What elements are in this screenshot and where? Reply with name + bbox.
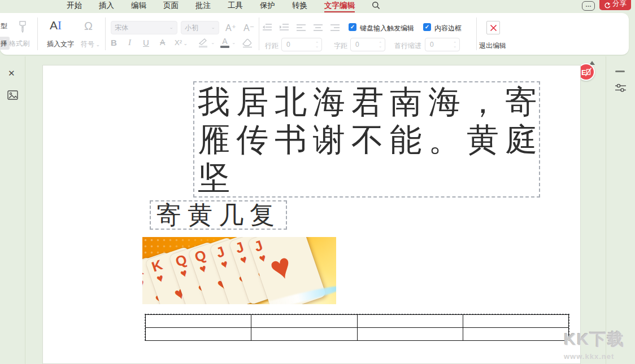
format-painter-label[interactable]: 格式刷: [9, 39, 29, 49]
eraser-button[interactable]: [242, 38, 253, 48]
content-border-label: 内容边框: [434, 24, 462, 33]
underline-button[interactable]: U: [143, 38, 149, 47]
menu-tab-7[interactable]: 转换: [292, 0, 307, 11]
line-spacing-input[interactable]: 0⌃⌄: [281, 38, 322, 51]
image-panel-icon[interactable]: [7, 90, 18, 100]
menu-tab-4[interactable]: 批注: [195, 0, 211, 11]
poem-line-2: 坚: [198, 159, 539, 196]
table-cell[interactable]: [463, 315, 568, 328]
table-cell[interactable]: [357, 315, 463, 328]
first-indent-input[interactable]: 0⌃⌄: [425, 38, 460, 51]
poem-line-0: 我居北海君南海，寄: [198, 83, 539, 121]
table-cell[interactable]: [463, 328, 568, 341]
app-window: 开始插入编辑页面批注工具保护转换文字编辑 … 分享 型 择 格式刷 AI 插入文…: [0, 0, 635, 364]
align-left-icon[interactable]: [296, 23, 306, 31]
menu-tab-8[interactable]: 文字编辑: [324, 0, 355, 12]
document-table[interactable]: [145, 314, 569, 341]
collapse-toolbar-icon[interactable]: [615, 71, 625, 72]
share-label: 分享: [612, 0, 627, 8]
table-cell[interactable]: [357, 328, 463, 341]
italic-button[interactable]: I: [128, 38, 131, 47]
keyboard-trigger-label: 键盘输入触发编辑: [360, 24, 414, 33]
panel-divider: [25, 56, 25, 364]
menu-tab-2[interactable]: 编辑: [131, 0, 146, 11]
panel-divider: [606, 56, 606, 364]
share-icon: [604, 2, 611, 8]
clipped-tool-type[interactable]: 型: [1, 21, 7, 31]
toolbar: 型 择 格式刷 AI 插入文字 Ω 符号 ⌄ 宋体⌄ 小初⌄ A⁺ A⁻ B I…: [0, 13, 629, 55]
exit-edit-label[interactable]: 退出编辑: [479, 41, 506, 51]
symbol-label[interactable]: 符号 ⌄: [81, 40, 100, 49]
font-color-chevron[interactable]: ⌄: [232, 41, 236, 45]
poem-title-text: 寄黄几复: [156, 201, 286, 230]
table-row: [146, 328, 569, 341]
toolbar-divider: [476, 17, 477, 50]
increase-font-button[interactable]: A⁺: [225, 23, 236, 33]
table-cell[interactable]: [251, 315, 357, 328]
menu-tab-6[interactable]: 保护: [260, 0, 275, 11]
font-color-button[interactable]: A: [220, 38, 229, 48]
decrease-indent-icon[interactable]: [262, 23, 272, 31]
toolbar-divider: [105, 17, 106, 50]
decrease-font-button[interactable]: A⁻: [243, 23, 254, 33]
highlight-color-button[interactable]: [197, 38, 210, 48]
badge-letter: E: [581, 68, 586, 77]
superscript-button[interactable]: X² ⌄: [175, 38, 188, 47]
symbol-icon[interactable]: Ω: [84, 20, 93, 33]
strikethrough-button[interactable]: A: [160, 38, 165, 47]
char-spacing-label: 字距: [334, 41, 347, 51]
document-page[interactable]: 我居北海君南海，寄雁传书谢不能。黄庭坚 寄黄几复 A♥♥K♥♥K♥♥Q♥♥Q♥♥…: [42, 65, 581, 364]
increase-indent-icon[interactable]: [279, 23, 289, 31]
bold-button[interactable]: B: [111, 38, 117, 47]
table-cell[interactable]: [146, 315, 251, 328]
line-spacing-label: 行距: [265, 41, 279, 51]
clipped-tool-select[interactable]: 择: [0, 37, 10, 50]
align-center-icon[interactable]: [313, 23, 323, 31]
content-border-checkbox[interactable]: ✓: [423, 23, 431, 31]
insert-text-icon[interactable]: AI: [50, 19, 62, 33]
poem-line-1: 雁传书谢不能。黄庭: [198, 121, 539, 159]
table-body: [146, 315, 569, 341]
menu-tabs: 开始插入编辑页面批注工具保护转换文字编辑: [67, 0, 355, 12]
share-button[interactable]: 分享: [599, 0, 631, 10]
keyboard-trigger-checkbox[interactable]: ✓: [349, 23, 356, 31]
playing-cards-image[interactable]: A♥♥K♥♥K♥♥Q♥♥Q♥♥J♥♥J♥♥J♥♥: [142, 237, 336, 304]
menu-tab-1[interactable]: 插入: [99, 0, 114, 11]
table-cell[interactable]: [146, 328, 251, 341]
more-menu-button[interactable]: …: [582, 1, 595, 11]
menu-tab-3[interactable]: 页面: [163, 0, 179, 11]
format-painter-icon[interactable]: [16, 20, 29, 33]
insert-text-label[interactable]: 插入文字: [47, 40, 74, 49]
char-spacing-input[interactable]: 0⌃⌄: [350, 38, 385, 51]
settings-sliders-icon[interactable]: [615, 82, 627, 94]
toolbar-divider: [259, 17, 259, 50]
exit-edit-icon[interactable]: [486, 21, 500, 34]
font-size-select[interactable]: 小初⌄: [181, 21, 219, 34]
menu-tab-0[interactable]: 开始: [67, 0, 82, 11]
close-panel-icon[interactable]: ✕: [8, 68, 15, 78]
align-right-icon[interactable]: [330, 23, 340, 31]
table-row: [146, 315, 569, 328]
menu-tab-5[interactable]: 工具: [228, 0, 243, 11]
search-icon[interactable]: [372, 1, 380, 10]
table-cell[interactable]: [251, 328, 357, 341]
first-indent-label: 首行缩进: [394, 41, 421, 51]
font-name-select[interactable]: 宋体⌄: [111, 21, 177, 34]
toolbar-divider: [37, 17, 38, 50]
poem-title-textbox[interactable]: 寄黄几复: [150, 200, 287, 230]
poem-textbox[interactable]: 我居北海君南海，寄雁传书谢不能。黄庭坚: [193, 81, 540, 198]
highlight-color-chevron[interactable]: ⌄: [211, 41, 215, 45]
